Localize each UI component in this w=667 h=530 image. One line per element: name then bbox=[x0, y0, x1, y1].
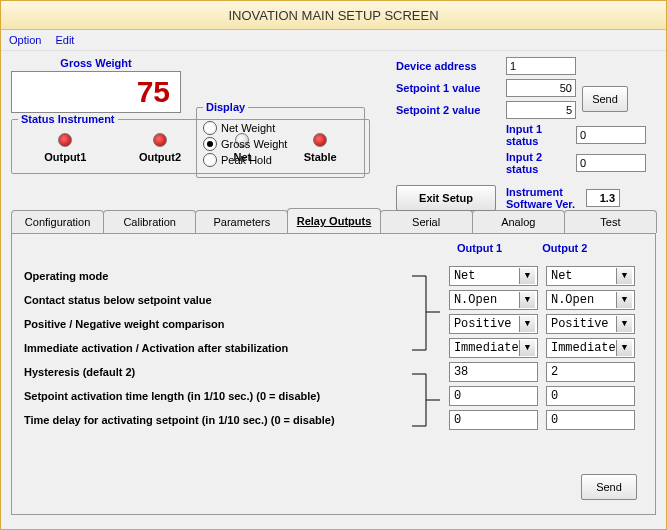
chevron-down-icon: ▼ bbox=[519, 292, 535, 308]
operating-mode-label: Operating mode bbox=[24, 270, 419, 282]
display-group: Display Net Weight Gross Weight Peak Hol… bbox=[196, 101, 365, 178]
software-version-label: Instrument Software Ver. bbox=[506, 186, 576, 210]
radio-icon bbox=[203, 121, 217, 135]
status-output2-label: Output2 bbox=[139, 151, 181, 163]
tab-serial[interactable]: Serial bbox=[380, 210, 473, 233]
chevron-down-icon: ▼ bbox=[616, 316, 632, 332]
tab-analog[interactable]: Analog bbox=[472, 210, 565, 233]
tab-calibration[interactable]: Calibration bbox=[103, 210, 196, 233]
activation-length-label: Setpoint activation time length (in 1/10… bbox=[24, 390, 419, 402]
led-output2 bbox=[153, 133, 167, 147]
activation-length-out2[interactable]: 0 bbox=[546, 386, 635, 406]
chevron-down-icon: ▼ bbox=[616, 340, 632, 356]
contact-status-out1[interactable]: N.Open▼ bbox=[449, 290, 538, 310]
setpoint1-label: Setpoint 1 value bbox=[396, 82, 506, 94]
radio-peak-label: Peak Hold bbox=[221, 154, 272, 166]
chevron-down-icon: ▼ bbox=[519, 316, 535, 332]
operating-mode-out1[interactable]: Net▼ bbox=[449, 266, 538, 286]
setpoint2-input[interactable] bbox=[506, 101, 576, 119]
window-title: INOVATION MAIN SETUP SCREEN bbox=[1, 1, 666, 30]
radio-icon bbox=[203, 153, 217, 167]
pos-neg-out2[interactable]: Positive▼ bbox=[546, 314, 635, 334]
device-address-input[interactable] bbox=[506, 57, 576, 75]
input2-value[interactable] bbox=[576, 154, 646, 172]
immediate-out2[interactable]: Immediate▼ bbox=[546, 338, 635, 358]
relay-outputs-panel: Output 1 Output 2 Operating mode Net▼ Ne… bbox=[11, 233, 656, 515]
time-delay-out2[interactable]: 0 bbox=[546, 410, 635, 430]
time-delay-label: Time delay for activating setpoint (in 1… bbox=[24, 414, 419, 426]
menu-edit[interactable]: Edit bbox=[55, 34, 74, 46]
hysteresis-label: Hysteresis (default 2) bbox=[24, 366, 419, 378]
chevron-down-icon: ▼ bbox=[616, 268, 632, 284]
contact-status-label: Contact status below setpoint value bbox=[24, 294, 419, 306]
setpoint1-input[interactable] bbox=[506, 79, 576, 97]
chevron-down-icon: ▼ bbox=[616, 292, 632, 308]
tab-strip: Configuration Calibration Parameters Rel… bbox=[1, 209, 666, 233]
setpoint2-label: Setpoint 2 value bbox=[396, 104, 506, 116]
exit-setup-button[interactable]: Exit Setup bbox=[396, 185, 496, 211]
time-delay-out1[interactable]: 0 bbox=[449, 410, 538, 430]
hysteresis-out2[interactable]: 2 bbox=[546, 362, 635, 382]
radio-gross-label: Gross Weight bbox=[221, 138, 287, 150]
operating-mode-out2[interactable]: Net▼ bbox=[546, 266, 635, 286]
gross-weight-value: 75 bbox=[11, 71, 181, 113]
device-address-label: Device address bbox=[396, 60, 506, 72]
send-button-top[interactable]: Send bbox=[582, 86, 628, 112]
chevron-down-icon: ▼ bbox=[519, 340, 535, 356]
radio-icon bbox=[203, 137, 217, 151]
output1-header: Output 1 bbox=[457, 242, 502, 254]
menu-bar: Option Edit bbox=[1, 30, 666, 51]
hysteresis-out1[interactable]: 38 bbox=[449, 362, 538, 382]
radio-net-label: Net Weight bbox=[221, 122, 275, 134]
gross-weight-label: Gross Weight bbox=[11, 57, 181, 69]
status-output1-label: Output1 bbox=[44, 151, 86, 163]
input1-value[interactable] bbox=[576, 126, 646, 144]
input2-label: Input 2 status bbox=[506, 151, 576, 175]
radio-gross-weight[interactable]: Gross Weight bbox=[203, 137, 358, 151]
tab-relay-outputs[interactable]: Relay Outputs bbox=[287, 208, 380, 233]
pos-neg-label: Positive / Negative weight comparison bbox=[24, 318, 419, 330]
software-version-value: 1.3 bbox=[586, 189, 620, 207]
immediate-out1[interactable]: Immediate▼ bbox=[449, 338, 538, 358]
display-legend: Display bbox=[203, 101, 248, 113]
tab-test[interactable]: Test bbox=[564, 210, 657, 233]
tab-configuration[interactable]: Configuration bbox=[11, 210, 104, 233]
input1-label: Input 1 status bbox=[506, 123, 576, 147]
send-button-bottom[interactable]: Send bbox=[581, 474, 637, 500]
status-legend: Status Instrument bbox=[18, 113, 118, 125]
immediate-label: Immediate activation / Activation after … bbox=[24, 342, 419, 354]
status-output2: Output2 bbox=[139, 133, 181, 163]
activation-length-out1[interactable]: 0 bbox=[449, 386, 538, 406]
radio-net-weight[interactable]: Net Weight bbox=[203, 121, 358, 135]
pos-neg-out1[interactable]: Positive▼ bbox=[449, 314, 538, 334]
contact-status-out2[interactable]: N.Open▼ bbox=[546, 290, 635, 310]
output2-header: Output 2 bbox=[542, 242, 587, 254]
status-output1: Output1 bbox=[44, 133, 86, 163]
chevron-down-icon: ▼ bbox=[519, 268, 535, 284]
led-output1 bbox=[58, 133, 72, 147]
radio-peak-hold[interactable]: Peak Hold bbox=[203, 153, 358, 167]
tab-parameters[interactable]: Parameters bbox=[195, 210, 288, 233]
device-grid: Device address Setpoint 1 value Send Set… bbox=[396, 57, 656, 179]
menu-option[interactable]: Option bbox=[9, 34, 41, 46]
